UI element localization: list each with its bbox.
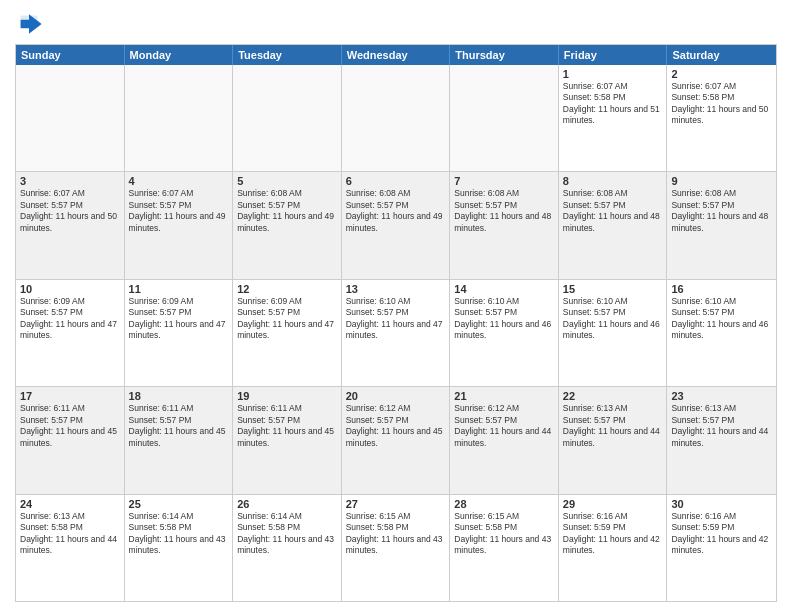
day-info: Sunrise: 6:08 AMSunset: 5:57 PMDaylight:…	[671, 188, 772, 234]
day-info: Sunrise: 6:07 AMSunset: 5:57 PMDaylight:…	[20, 188, 120, 234]
day-info: Sunrise: 6:07 AMSunset: 5:58 PMDaylight:…	[563, 81, 663, 127]
day-info: Sunrise: 6:09 AMSunset: 5:57 PMDaylight:…	[129, 296, 229, 342]
day-of-week-header: Thursday	[450, 45, 559, 65]
day-info: Sunrise: 6:11 AMSunset: 5:57 PMDaylight:…	[20, 403, 120, 449]
day-number: 16	[671, 283, 772, 295]
calendar-header-row: SundayMondayTuesdayWednesdayThursdayFrid…	[16, 45, 776, 65]
calendar-body: 1Sunrise: 6:07 AMSunset: 5:58 PMDaylight…	[16, 65, 776, 601]
day-number: 5	[237, 175, 337, 187]
page: SundayMondayTuesdayWednesdayThursdayFrid…	[0, 0, 792, 612]
day-info: Sunrise: 6:15 AMSunset: 5:58 PMDaylight:…	[454, 511, 554, 557]
day-number: 11	[129, 283, 229, 295]
day-info: Sunrise: 6:08 AMSunset: 5:57 PMDaylight:…	[346, 188, 446, 234]
calendar-day-cell: 17Sunrise: 6:11 AMSunset: 5:57 PMDayligh…	[16, 387, 125, 493]
day-number: 15	[563, 283, 663, 295]
calendar-day-cell: 16Sunrise: 6:10 AMSunset: 5:57 PMDayligh…	[667, 280, 776, 386]
calendar-week-row: 1Sunrise: 6:07 AMSunset: 5:58 PMDaylight…	[16, 65, 776, 172]
calendar-day-cell: 27Sunrise: 6:15 AMSunset: 5:58 PMDayligh…	[342, 495, 451, 601]
day-info: Sunrise: 6:10 AMSunset: 5:57 PMDaylight:…	[454, 296, 554, 342]
calendar-day-cell: 29Sunrise: 6:16 AMSunset: 5:59 PMDayligh…	[559, 495, 668, 601]
day-number: 24	[20, 498, 120, 510]
calendar-day-cell: 23Sunrise: 6:13 AMSunset: 5:57 PMDayligh…	[667, 387, 776, 493]
calendar-day-cell: 3Sunrise: 6:07 AMSunset: 5:57 PMDaylight…	[16, 172, 125, 278]
day-of-week-header: Sunday	[16, 45, 125, 65]
day-info: Sunrise: 6:07 AMSunset: 5:58 PMDaylight:…	[671, 81, 772, 127]
day-info: Sunrise: 6:14 AMSunset: 5:58 PMDaylight:…	[237, 511, 337, 557]
day-number: 12	[237, 283, 337, 295]
day-number: 17	[20, 390, 120, 402]
calendar-day-cell: 5Sunrise: 6:08 AMSunset: 5:57 PMDaylight…	[233, 172, 342, 278]
day-info: Sunrise: 6:13 AMSunset: 5:58 PMDaylight:…	[20, 511, 120, 557]
day-number: 23	[671, 390, 772, 402]
day-info: Sunrise: 6:11 AMSunset: 5:57 PMDaylight:…	[237, 403, 337, 449]
calendar-week-row: 10Sunrise: 6:09 AMSunset: 5:57 PMDayligh…	[16, 280, 776, 387]
calendar-day-cell: 10Sunrise: 6:09 AMSunset: 5:57 PMDayligh…	[16, 280, 125, 386]
calendar-day-cell: 21Sunrise: 6:12 AMSunset: 5:57 PMDayligh…	[450, 387, 559, 493]
day-number: 9	[671, 175, 772, 187]
calendar-day-cell: 9Sunrise: 6:08 AMSunset: 5:57 PMDaylight…	[667, 172, 776, 278]
day-info: Sunrise: 6:11 AMSunset: 5:57 PMDaylight:…	[129, 403, 229, 449]
day-number: 3	[20, 175, 120, 187]
day-info: Sunrise: 6:13 AMSunset: 5:57 PMDaylight:…	[671, 403, 772, 449]
day-info: Sunrise: 6:15 AMSunset: 5:58 PMDaylight:…	[346, 511, 446, 557]
calendar-day-cell: 8Sunrise: 6:08 AMSunset: 5:57 PMDaylight…	[559, 172, 668, 278]
calendar-day-cell: 20Sunrise: 6:12 AMSunset: 5:57 PMDayligh…	[342, 387, 451, 493]
day-info: Sunrise: 6:16 AMSunset: 5:59 PMDaylight:…	[563, 511, 663, 557]
day-number: 30	[671, 498, 772, 510]
calendar-day-cell	[125, 65, 234, 171]
day-number: 10	[20, 283, 120, 295]
day-info: Sunrise: 6:09 AMSunset: 5:57 PMDaylight:…	[237, 296, 337, 342]
calendar-day-cell: 24Sunrise: 6:13 AMSunset: 5:58 PMDayligh…	[16, 495, 125, 601]
calendar-day-cell: 1Sunrise: 6:07 AMSunset: 5:58 PMDaylight…	[559, 65, 668, 171]
calendar-day-cell: 2Sunrise: 6:07 AMSunset: 5:58 PMDaylight…	[667, 65, 776, 171]
day-number: 4	[129, 175, 229, 187]
calendar-day-cell	[342, 65, 451, 171]
calendar-day-cell: 15Sunrise: 6:10 AMSunset: 5:57 PMDayligh…	[559, 280, 668, 386]
calendar-day-cell: 18Sunrise: 6:11 AMSunset: 5:57 PMDayligh…	[125, 387, 234, 493]
calendar: SundayMondayTuesdayWednesdayThursdayFrid…	[15, 44, 777, 602]
day-number: 27	[346, 498, 446, 510]
day-of-week-header: Monday	[125, 45, 234, 65]
day-of-week-header: Friday	[559, 45, 668, 65]
day-info: Sunrise: 6:16 AMSunset: 5:59 PMDaylight:…	[671, 511, 772, 557]
calendar-day-cell	[16, 65, 125, 171]
day-number: 21	[454, 390, 554, 402]
day-info: Sunrise: 6:10 AMSunset: 5:57 PMDaylight:…	[671, 296, 772, 342]
day-number: 18	[129, 390, 229, 402]
calendar-day-cell: 28Sunrise: 6:15 AMSunset: 5:58 PMDayligh…	[450, 495, 559, 601]
calendar-week-row: 24Sunrise: 6:13 AMSunset: 5:58 PMDayligh…	[16, 495, 776, 601]
day-number: 8	[563, 175, 663, 187]
day-info: Sunrise: 6:12 AMSunset: 5:57 PMDaylight:…	[346, 403, 446, 449]
day-number: 13	[346, 283, 446, 295]
calendar-week-row: 17Sunrise: 6:11 AMSunset: 5:57 PMDayligh…	[16, 387, 776, 494]
calendar-day-cell: 12Sunrise: 6:09 AMSunset: 5:57 PMDayligh…	[233, 280, 342, 386]
day-of-week-header: Saturday	[667, 45, 776, 65]
day-info: Sunrise: 6:12 AMSunset: 5:57 PMDaylight:…	[454, 403, 554, 449]
calendar-day-cell: 14Sunrise: 6:10 AMSunset: 5:57 PMDayligh…	[450, 280, 559, 386]
calendar-day-cell: 26Sunrise: 6:14 AMSunset: 5:58 PMDayligh…	[233, 495, 342, 601]
calendar-day-cell: 11Sunrise: 6:09 AMSunset: 5:57 PMDayligh…	[125, 280, 234, 386]
calendar-week-row: 3Sunrise: 6:07 AMSunset: 5:57 PMDaylight…	[16, 172, 776, 279]
day-info: Sunrise: 6:07 AMSunset: 5:57 PMDaylight:…	[129, 188, 229, 234]
calendar-day-cell: 19Sunrise: 6:11 AMSunset: 5:57 PMDayligh…	[233, 387, 342, 493]
day-number: 2	[671, 68, 772, 80]
day-info: Sunrise: 6:10 AMSunset: 5:57 PMDaylight:…	[346, 296, 446, 342]
calendar-day-cell: 30Sunrise: 6:16 AMSunset: 5:59 PMDayligh…	[667, 495, 776, 601]
day-number: 28	[454, 498, 554, 510]
calendar-day-cell: 6Sunrise: 6:08 AMSunset: 5:57 PMDaylight…	[342, 172, 451, 278]
calendar-day-cell: 22Sunrise: 6:13 AMSunset: 5:57 PMDayligh…	[559, 387, 668, 493]
day-info: Sunrise: 6:14 AMSunset: 5:58 PMDaylight:…	[129, 511, 229, 557]
day-info: Sunrise: 6:08 AMSunset: 5:57 PMDaylight:…	[237, 188, 337, 234]
calendar-day-cell: 13Sunrise: 6:10 AMSunset: 5:57 PMDayligh…	[342, 280, 451, 386]
calendar-day-cell: 4Sunrise: 6:07 AMSunset: 5:57 PMDaylight…	[125, 172, 234, 278]
day-number: 26	[237, 498, 337, 510]
day-number: 29	[563, 498, 663, 510]
day-info: Sunrise: 6:10 AMSunset: 5:57 PMDaylight:…	[563, 296, 663, 342]
calendar-day-cell: 25Sunrise: 6:14 AMSunset: 5:58 PMDayligh…	[125, 495, 234, 601]
day-number: 7	[454, 175, 554, 187]
day-info: Sunrise: 6:08 AMSunset: 5:57 PMDaylight:…	[563, 188, 663, 234]
calendar-day-cell	[450, 65, 559, 171]
day-number: 22	[563, 390, 663, 402]
day-number: 14	[454, 283, 554, 295]
generalblue-logo-icon	[15, 10, 43, 38]
